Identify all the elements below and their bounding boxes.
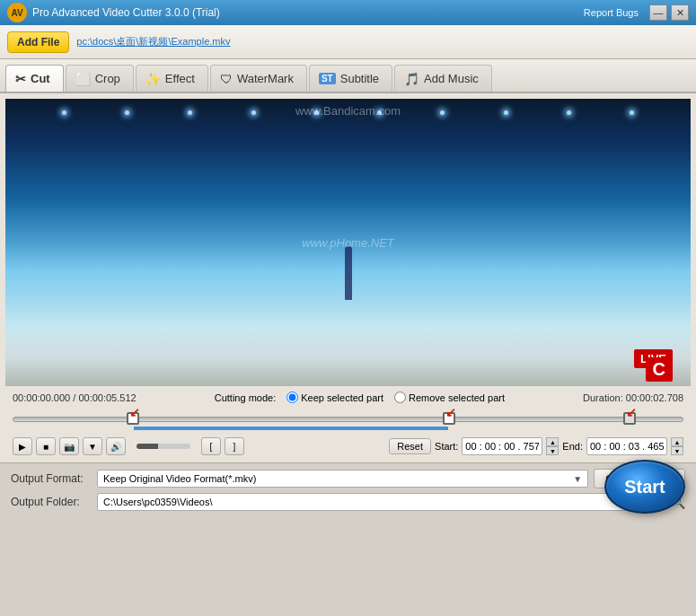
start-time-input[interactable] bbox=[462, 437, 542, 455]
cut-icon: ✂ bbox=[15, 72, 26, 86]
tab-subtitle[interactable]: ST Subtitle bbox=[309, 65, 392, 92]
end-time-group: End: ▲ ▼ bbox=[562, 437, 683, 455]
output-format-box[interactable]: Keep Original Video Format(*.mkv) ▼ bbox=[97, 470, 588, 488]
close-button[interactable]: ✕ bbox=[671, 4, 689, 21]
stop-button[interactable]: ■ bbox=[36, 437, 56, 455]
start-btn-container: Start bbox=[604, 460, 685, 514]
volume-slider[interactable] bbox=[137, 444, 190, 449]
time-info-row: 00:00:00.000 / 00:00:05.512 Cutting mode… bbox=[5, 390, 691, 405]
volume-slider-container[interactable] bbox=[133, 444, 194, 449]
play-button[interactable]: ▶ bbox=[13, 437, 32, 455]
frame-back-button[interactable]: [ bbox=[201, 437, 221, 455]
start-time-spinners: ▲ ▼ bbox=[546, 437, 559, 455]
output-format-row: Output Format: Keep Original Video Forma… bbox=[11, 469, 685, 488]
start-up-spinner[interactable]: ▲ bbox=[546, 437, 559, 446]
tab-watermark-label: WaterMark bbox=[237, 72, 294, 85]
watermark-top: www.Bandicam.com bbox=[5, 104, 691, 118]
end-label: End: bbox=[562, 441, 583, 452]
cutting-mode-area: Cutting mode: Keep selected part Remove … bbox=[137, 392, 583, 403]
effect-icon: ✨ bbox=[145, 72, 161, 86]
remove-radio[interactable] bbox=[394, 392, 406, 403]
output-format-value: Keep Original Video Format(*.mkv) bbox=[103, 473, 256, 484]
tab-effect[interactable]: ✨ Effect bbox=[136, 65, 208, 92]
playback-controls: ▶ ■ 📷 ▼ 🔊 [ ] Reset Start: ▲ ▼ End: ▲ ▼ bbox=[5, 436, 691, 457]
current-time-display: 00:00:00.000 / 00:00:05.512 bbox=[13, 392, 137, 403]
tab-crop-label: Crop bbox=[95, 72, 120, 85]
add-file-button[interactable]: Add File bbox=[7, 31, 69, 53]
bottom-section: Output Format: Keep Original Video Forma… bbox=[0, 462, 696, 521]
report-bugs-link[interactable]: Report Bugs bbox=[584, 7, 639, 18]
duration-display: Duration: 00:00:02.708 bbox=[583, 392, 683, 403]
output-format-label: Output Format: bbox=[11, 472, 92, 485]
cutting-mode-label: Cutting mode: bbox=[215, 392, 276, 403]
snapshot-button[interactable]: 📷 bbox=[59, 437, 79, 455]
frame-fwd-button[interactable]: ] bbox=[225, 437, 244, 455]
tab-addmusic-label: Add Music bbox=[424, 72, 479, 85]
format-dropdown-arrow: ▼ bbox=[573, 474, 582, 484]
reset-button[interactable]: Reset bbox=[389, 438, 431, 454]
tab-effect-label: Effect bbox=[165, 72, 195, 85]
end-time-spinners: ▲ ▼ bbox=[671, 437, 683, 455]
start-button[interactable]: Start bbox=[604, 460, 685, 514]
title-bar-text: Pro Advanced Video Cutter 3.0.0 (Trial) bbox=[32, 6, 584, 19]
dropdown-button[interactable]: ▼ bbox=[83, 437, 102, 455]
add-file-bar: Add File pc:\docs\桌面\新视频\Example.mkv bbox=[0, 25, 696, 59]
seekbar-track bbox=[13, 417, 683, 422]
output-folder-row: Output Folder: C:\Users\pc0359\Videos\ 📁… bbox=[11, 493, 685, 511]
seekbar[interactable]: ↙ ↙ ↙ bbox=[13, 409, 683, 428]
addmusic-icon: 🎵 bbox=[404, 72, 419, 86]
keep-selected-label: Keep selected part bbox=[301, 392, 383, 403]
remove-selected-option[interactable]: Remove selected part bbox=[394, 392, 505, 403]
end-up-spinner[interactable]: ▲ bbox=[671, 437, 683, 446]
start-label: Start: bbox=[435, 441, 458, 452]
right-arrow-indicator: ↙ bbox=[445, 405, 456, 419]
live-c-badge: C bbox=[646, 357, 673, 382]
stage-figure bbox=[345, 246, 352, 300]
tab-addmusic[interactable]: 🎵 Add Music bbox=[394, 65, 492, 92]
tab-watermark[interactable]: 🛡 WaterMark bbox=[210, 65, 307, 92]
file-path: pc:\docs\桌面\新视频\Example.mkv bbox=[76, 35, 230, 48]
window-controls: — ✕ bbox=[649, 4, 689, 21]
output-folder-path: C:\Users\pc0359\Videos\ bbox=[97, 493, 648, 511]
seekbar-selection bbox=[134, 427, 448, 430]
watermark-icon: 🛡 bbox=[220, 72, 233, 86]
output-folder-label: Output Folder: bbox=[11, 496, 92, 508]
minimize-button[interactable]: — bbox=[649, 4, 667, 21]
tab-bar: ✂ Cut ⬜ Crop ✨ Effect 🛡 WaterMark ST Sub… bbox=[0, 59, 696, 93]
keep-selected-option[interactable]: Keep selected part bbox=[286, 392, 383, 403]
app-logo: AV bbox=[7, 3, 27, 22]
tab-cut-label: Cut bbox=[31, 72, 50, 85]
start-down-spinner[interactable]: ▼ bbox=[546, 446, 559, 455]
main-area: www.Bandicam.com www.pHome.NET LIVE C 00… bbox=[0, 93, 696, 462]
crop-icon: ⬜ bbox=[75, 72, 91, 86]
start-time-group: Start: ▲ ▼ bbox=[435, 437, 559, 455]
title-bar: AV Pro Advanced Video Cutter 3.0.0 (Tria… bbox=[0, 0, 696, 25]
tab-cut[interactable]: ✂ Cut bbox=[5, 65, 64, 92]
left-arrow-indicator: ↙ bbox=[129, 405, 140, 419]
video-display: www.Bandicam.com www.pHome.NET LIVE C bbox=[5, 99, 691, 386]
watermark-mid: www.pHome.NET bbox=[5, 236, 691, 250]
end-time-input[interactable] bbox=[586, 437, 667, 455]
tab-subtitle-label: Subtitle bbox=[340, 72, 379, 85]
end-down-spinner[interactable]: ▼ bbox=[671, 446, 683, 455]
volume-button[interactable]: 🔊 bbox=[106, 437, 126, 455]
tab-crop[interactable]: ⬜ Crop bbox=[66, 65, 134, 92]
keep-radio[interactable] bbox=[286, 392, 298, 403]
subtitle-icon: ST bbox=[319, 73, 336, 84]
remove-selected-label: Remove selected part bbox=[409, 392, 505, 403]
end-arrow-indicator: ↙ bbox=[626, 405, 637, 419]
